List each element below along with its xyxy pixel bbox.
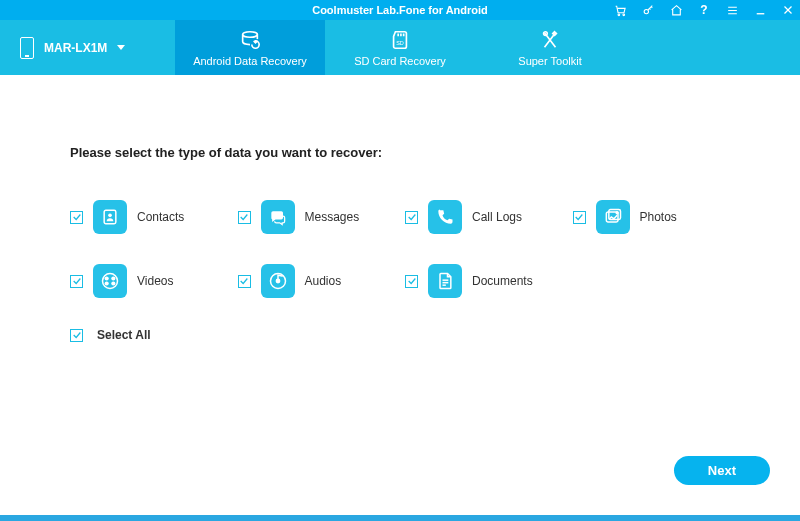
checkbox-calllogs[interactable] xyxy=(405,211,418,224)
checkbox-audios[interactable] xyxy=(238,275,251,288)
type-label: Documents xyxy=(472,274,533,288)
type-audios: Audios xyxy=(238,264,396,298)
next-button[interactable]: Next xyxy=(674,456,770,485)
svg-point-2 xyxy=(644,9,648,13)
svg-point-1 xyxy=(622,14,624,16)
tab-android-data-recovery[interactable]: Android Data Recovery xyxy=(175,20,325,75)
type-videos: Videos xyxy=(70,264,228,298)
type-calllogs: Call Logs xyxy=(405,200,563,234)
type-label: Videos xyxy=(137,274,173,288)
tools-icon xyxy=(539,29,561,51)
svg-text:SD: SD xyxy=(396,39,404,45)
window-controls: ? xyxy=(612,0,796,20)
checkbox-contacts[interactable] xyxy=(70,211,83,224)
nav-label: Super Toolkit xyxy=(518,55,581,67)
checkbox-videos[interactable] xyxy=(70,275,83,288)
checkbox-select-all[interactable] xyxy=(70,329,83,342)
audios-icon xyxy=(261,264,295,298)
phone-icon xyxy=(20,37,34,59)
content-area: Please select the type of data you want … xyxy=(0,75,800,515)
svg-point-6 xyxy=(243,31,258,37)
nav-bar: MAR-LX1M Android Data Recovery SD SD Car… xyxy=(0,20,800,75)
contacts-icon xyxy=(93,200,127,234)
home-icon[interactable] xyxy=(668,2,684,18)
app-title: Coolmuster Lab.Fone for Android xyxy=(312,4,488,16)
svg-point-16 xyxy=(111,276,115,280)
title-bar: Coolmuster Lab.Fone for Android ? xyxy=(0,0,800,20)
type-photos: Photos xyxy=(573,200,731,234)
type-label: Messages xyxy=(305,210,360,224)
close-button[interactable] xyxy=(780,2,796,18)
svg-point-0 xyxy=(618,14,620,16)
checkbox-messages[interactable] xyxy=(238,211,251,224)
nav-label: Android Data Recovery xyxy=(193,55,307,67)
nav-label: SD Card Recovery xyxy=(354,55,446,67)
calllogs-icon xyxy=(428,200,462,234)
documents-icon xyxy=(428,264,462,298)
svg-point-14 xyxy=(103,274,118,289)
data-type-grid: Contacts Messages Call Logs xyxy=(70,200,730,298)
device-name: MAR-LX1M xyxy=(44,41,107,55)
tab-sd-card-recovery[interactable]: SD SD Card Recovery xyxy=(325,20,475,75)
instruction-text: Please select the type of data you want … xyxy=(70,145,730,160)
cart-icon[interactable] xyxy=(612,2,628,18)
svg-point-17 xyxy=(105,281,109,285)
type-label: Photos xyxy=(640,210,677,224)
minimize-button[interactable] xyxy=(752,2,768,18)
type-label: Call Logs xyxy=(472,210,522,224)
type-contacts: Contacts xyxy=(70,200,228,234)
menu-icon[interactable] xyxy=(724,2,740,18)
help-icon[interactable]: ? xyxy=(696,2,712,18)
recovery-icon xyxy=(239,29,261,51)
device-selector[interactable]: MAR-LX1M xyxy=(0,20,175,75)
sd-card-icon: SD xyxy=(389,29,411,51)
select-all-row: Select All xyxy=(70,328,730,342)
select-all-label: Select All xyxy=(97,328,151,342)
type-documents: Documents xyxy=(405,264,563,298)
key-icon[interactable] xyxy=(640,2,656,18)
messages-icon xyxy=(261,200,295,234)
chevron-down-icon xyxy=(117,45,125,50)
svg-point-13 xyxy=(616,212,618,214)
videos-icon xyxy=(93,264,127,298)
svg-point-18 xyxy=(111,281,115,285)
tab-super-toolkit[interactable]: Super Toolkit xyxy=(475,20,625,75)
svg-point-15 xyxy=(105,276,109,280)
type-messages: Messages xyxy=(238,200,396,234)
type-label: Contacts xyxy=(137,210,184,224)
svg-point-10 xyxy=(108,214,112,218)
checkbox-documents[interactable] xyxy=(405,275,418,288)
type-label: Audios xyxy=(305,274,342,288)
checkbox-photos[interactable] xyxy=(573,211,586,224)
app-window: Coolmuster Lab.Fone for Android ? xyxy=(0,0,800,521)
footer-border xyxy=(0,515,800,521)
photos-icon xyxy=(596,200,630,234)
